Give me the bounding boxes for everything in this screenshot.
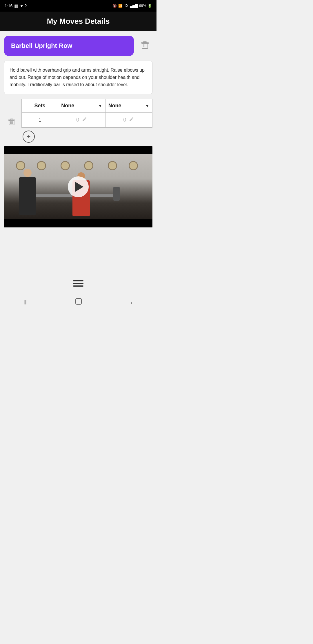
sets-col-header: Sets: [22, 99, 58, 113]
recent-apps-icon: ⦀: [24, 299, 27, 306]
svg-rect-2: [143, 41, 146, 43]
set-val1-cell[interactable]: 0: [58, 113, 105, 128]
video-bar-bottom: [4, 219, 152, 227]
home-icon: [74, 300, 83, 307]
bottom-spacer: [0, 232, 156, 273]
play-triangle-icon: [75, 182, 83, 192]
svg-rect-8: [10, 119, 13, 120]
android-nav-bar: ⦀ ‹: [0, 292, 156, 312]
table-row: 1 0: [22, 113, 152, 128]
exercise-name-button[interactable]: Barbell Upright Row: [4, 36, 134, 56]
heart-icon: ♥: [20, 3, 23, 8]
back-button[interactable]: ‹: [125, 296, 139, 309]
video-container[interactable]: [4, 146, 152, 227]
svg-rect-12: [76, 299, 81, 304]
trash-icon: [140, 40, 150, 52]
sets-table-wrapper: Sets None ▼ None ▼: [21, 99, 152, 143]
sets-table: Sets None ▼ None ▼: [21, 99, 152, 128]
main-content: Barbell Upright Row Hold barell with ove…: [0, 31, 156, 232]
hamburger-menu-button[interactable]: [71, 278, 86, 289]
col2-arrow-icon: ▼: [98, 104, 102, 108]
question-icon: ?: [25, 3, 27, 8]
video-thumbnail: [4, 146, 152, 227]
col3-dropdown[interactable]: None ▼: [105, 99, 152, 112]
home-button[interactable]: [69, 294, 88, 310]
sets-area: Sets None ▼ None ▼: [4, 99, 152, 143]
mute-icon: 🔇: [112, 4, 117, 8]
col3-arrow-icon: ▼: [145, 104, 149, 108]
col2-header[interactable]: None ▼: [58, 99, 105, 113]
set-val2[interactable]: 0: [105, 113, 152, 127]
battery-icon: 🔋: [148, 4, 152, 8]
status-left: 1:16 ▦ ♥ ? ·: [5, 3, 30, 9]
col2-label: None: [61, 103, 74, 109]
plus-icon: +: [27, 133, 31, 140]
wall-target-6: [129, 161, 138, 170]
edit-val1-icon[interactable]: [82, 117, 87, 123]
person-left: [19, 177, 36, 215]
wall-target-2: [37, 161, 46, 170]
play-button[interactable]: [68, 176, 89, 197]
set-val2-cell[interactable]: 0: [105, 113, 152, 128]
recent-apps-button[interactable]: ⦀: [18, 296, 32, 309]
signal-bars-icon: ▃▅▇: [130, 4, 138, 8]
status-bar: 1:16 ▦ ♥ ? · 🔇 📶 1X ▃▅▇ 99% 🔋: [0, 0, 156, 12]
hamburger-line-3: [73, 285, 83, 287]
col3-header[interactable]: None ▼: [105, 99, 152, 113]
exercise-description: Hold barell with overhand grip and arms …: [4, 61, 152, 94]
status-right: 🔇 📶 1X ▃▅▇ 99% 🔋: [112, 4, 152, 8]
wifi-icon: 📶: [118, 4, 123, 8]
page-title: My Moves Details: [47, 17, 110, 26]
col3-label: None: [108, 103, 121, 109]
dot-icon: ·: [28, 3, 30, 8]
wall-target-1: [16, 161, 25, 170]
exercise-row: Barbell Upright Row: [4, 36, 152, 56]
wall-target-3: [61, 161, 70, 170]
delete-set-button[interactable]: [4, 114, 19, 129]
status-time: 1:16: [5, 3, 12, 8]
col2-dropdown[interactable]: None ▼: [58, 99, 105, 112]
trash-row-icon: [8, 118, 16, 127]
video-bar-top: [4, 146, 152, 154]
back-icon: ‹: [131, 299, 133, 305]
barbell-plate-right: [113, 187, 120, 201]
signal-text: 1X: [124, 4, 128, 8]
set-number: 1: [22, 113, 58, 128]
hamburger-line-1: [73, 280, 83, 281]
sets-delete-area: [4, 99, 19, 129]
val2-number: 0: [123, 117, 126, 123]
delete-exercise-button[interactable]: [137, 38, 152, 53]
val1-number: 0: [76, 117, 79, 123]
sim-icon: ▦: [14, 3, 19, 9]
hamburger-line-2: [73, 283, 83, 284]
hamburger-area: [0, 273, 156, 292]
battery-text: 99%: [139, 4, 146, 8]
set-val1[interactable]: 0: [58, 113, 105, 127]
add-row-button[interactable]: +: [23, 131, 35, 143]
top-bar: My Moves Details: [0, 12, 156, 31]
edit-val2-icon[interactable]: [129, 117, 134, 123]
wall-target-5: [108, 161, 117, 170]
